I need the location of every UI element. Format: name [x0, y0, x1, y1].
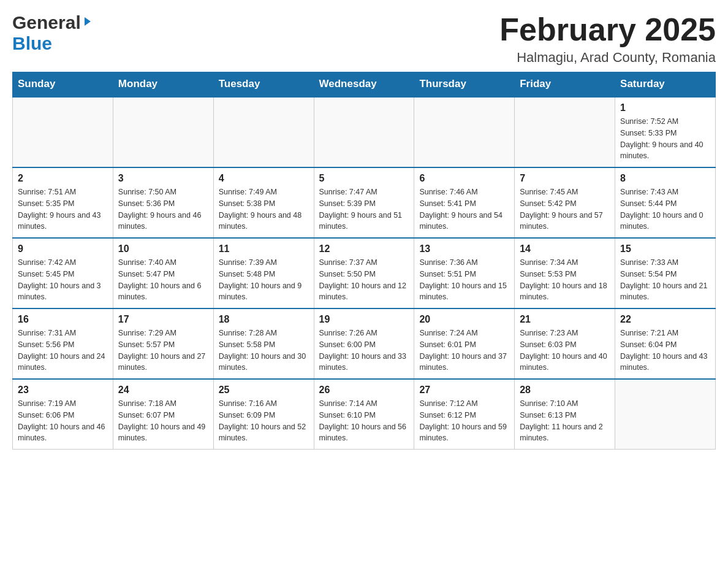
calendar-week-2: 2Sunrise: 7:51 AMSunset: 5:35 PMDaylight… — [13, 167, 716, 238]
logo-arrow-icon — [82, 16, 93, 29]
day-number: 21 — [520, 314, 610, 325]
column-header-tuesday: Tuesday — [213, 72, 314, 97]
day-number: 16 — [18, 314, 108, 325]
column-header-thursday: Thursday — [414, 72, 515, 97]
day-number: 22 — [620, 314, 710, 325]
day-number: 1 — [620, 102, 710, 113]
calendar-cell — [314, 97, 414, 167]
calendar-cell: 22Sunrise: 7:21 AMSunset: 6:04 PMDayligh… — [615, 308, 716, 379]
day-info: Sunrise: 7:18 AMSunset: 6:07 PMDaylight:… — [118, 398, 208, 444]
day-info: Sunrise: 7:39 AMSunset: 5:48 PMDaylight:… — [219, 257, 309, 303]
calendar-week-4: 16Sunrise: 7:31 AMSunset: 5:56 PMDayligh… — [13, 308, 716, 379]
calendar-cell: 24Sunrise: 7:18 AMSunset: 6:07 PMDayligh… — [113, 379, 213, 450]
day-number: 12 — [319, 243, 409, 255]
day-info: Sunrise: 7:52 AMSunset: 5:33 PMDaylight:… — [620, 116, 710, 162]
column-header-saturday: Saturday — [615, 72, 716, 97]
calendar-cell: 6Sunrise: 7:46 AMSunset: 5:41 PMDaylight… — [414, 167, 515, 238]
day-info: Sunrise: 7:23 AMSunset: 6:03 PMDaylight:… — [520, 327, 610, 373]
day-info: Sunrise: 7:14 AMSunset: 6:10 PMDaylight:… — [319, 398, 409, 444]
calendar-cell: 5Sunrise: 7:47 AMSunset: 5:39 PMDaylight… — [314, 167, 414, 238]
day-number: 15 — [620, 243, 710, 255]
day-info: Sunrise: 7:50 AMSunset: 5:36 PMDaylight:… — [118, 186, 208, 232]
day-number: 14 — [520, 243, 610, 255]
calendar-week-3: 9Sunrise: 7:42 AMSunset: 5:45 PMDaylight… — [13, 238, 716, 308]
day-info: Sunrise: 7:29 AMSunset: 5:57 PMDaylight:… — [118, 327, 208, 373]
calendar-subtitle: Halmagiu, Arad County, Romania — [499, 50, 716, 66]
calendar-cell — [113, 97, 213, 167]
calendar-week-5: 23Sunrise: 7:19 AMSunset: 6:06 PMDayligh… — [13, 379, 716, 450]
day-info: Sunrise: 7:26 AMSunset: 6:00 PMDaylight:… — [319, 327, 409, 373]
calendar-cell — [615, 379, 716, 450]
column-header-wednesday: Wednesday — [314, 72, 414, 97]
day-number: 19 — [319, 314, 409, 325]
day-number: 23 — [18, 385, 108, 396]
calendar-cell: 9Sunrise: 7:42 AMSunset: 5:45 PMDaylight… — [13, 238, 113, 308]
day-number: 20 — [419, 314, 509, 325]
calendar-cell: 23Sunrise: 7:19 AMSunset: 6:06 PMDayligh… — [13, 379, 113, 450]
day-info: Sunrise: 7:21 AMSunset: 6:04 PMDaylight:… — [620, 327, 710, 373]
calendar-cell: 25Sunrise: 7:16 AMSunset: 6:09 PMDayligh… — [213, 379, 314, 450]
calendar-cell: 19Sunrise: 7:26 AMSunset: 6:00 PMDayligh… — [314, 308, 414, 379]
calendar-table: SundayMondayTuesdayWednesdayThursdayFrid… — [12, 72, 716, 450]
calendar-cell: 17Sunrise: 7:29 AMSunset: 5:57 PMDayligh… — [113, 308, 213, 379]
calendar-cell: 12Sunrise: 7:37 AMSunset: 5:50 PMDayligh… — [314, 238, 414, 308]
day-number: 13 — [419, 243, 509, 255]
calendar-cell: 16Sunrise: 7:31 AMSunset: 5:56 PMDayligh… — [13, 308, 113, 379]
day-info: Sunrise: 7:40 AMSunset: 5:47 PMDaylight:… — [118, 257, 208, 303]
calendar-cell: 3Sunrise: 7:50 AMSunset: 5:36 PMDaylight… — [113, 167, 213, 238]
day-info: Sunrise: 7:49 AMSunset: 5:38 PMDaylight:… — [219, 186, 309, 232]
day-number: 5 — [319, 173, 409, 184]
calendar-cell — [414, 97, 515, 167]
day-info: Sunrise: 7:10 AMSunset: 6:13 PMDaylight:… — [520, 398, 610, 444]
day-number: 17 — [118, 314, 208, 325]
calendar-cell — [13, 97, 113, 167]
day-number: 4 — [219, 173, 309, 184]
calendar-cell: 20Sunrise: 7:24 AMSunset: 6:01 PMDayligh… — [414, 308, 515, 379]
calendar-cell: 4Sunrise: 7:49 AMSunset: 5:38 PMDaylight… — [213, 167, 314, 238]
day-info: Sunrise: 7:36 AMSunset: 5:51 PMDaylight:… — [419, 257, 509, 303]
calendar-cell: 8Sunrise: 7:43 AMSunset: 5:44 PMDaylight… — [615, 167, 716, 238]
calendar-cell: 28Sunrise: 7:10 AMSunset: 6:13 PMDayligh… — [515, 379, 615, 450]
day-info: Sunrise: 7:43 AMSunset: 5:44 PMDaylight:… — [620, 186, 710, 232]
day-number: 7 — [520, 173, 610, 184]
day-number: 3 — [118, 173, 208, 184]
day-number: 10 — [118, 243, 208, 255]
logo-general: General — [12, 12, 81, 33]
day-info: Sunrise: 7:42 AMSunset: 5:45 PMDaylight:… — [18, 257, 108, 303]
day-info: Sunrise: 7:47 AMSunset: 5:39 PMDaylight:… — [319, 186, 409, 232]
calendar-cell: 21Sunrise: 7:23 AMSunset: 6:03 PMDayligh… — [515, 308, 615, 379]
day-info: Sunrise: 7:33 AMSunset: 5:54 PMDaylight:… — [620, 257, 710, 303]
day-info: Sunrise: 7:46 AMSunset: 5:41 PMDaylight:… — [419, 186, 509, 232]
day-number: 27 — [419, 385, 509, 396]
calendar-cell: 7Sunrise: 7:45 AMSunset: 5:42 PMDaylight… — [515, 167, 615, 238]
day-info: Sunrise: 7:31 AMSunset: 5:56 PMDaylight:… — [18, 327, 108, 373]
column-header-sunday: Sunday — [13, 72, 113, 97]
calendar-header-row: SundayMondayTuesdayWednesdayThursdayFrid… — [13, 72, 716, 97]
day-info: Sunrise: 7:16 AMSunset: 6:09 PMDaylight:… — [219, 398, 309, 444]
logo-blue: Blue — [12, 33, 52, 54]
calendar-cell: 14Sunrise: 7:34 AMSunset: 5:53 PMDayligh… — [515, 238, 615, 308]
day-number: 28 — [520, 385, 610, 396]
calendar-cell: 1Sunrise: 7:52 AMSunset: 5:33 PMDaylight… — [615, 97, 716, 167]
day-info: Sunrise: 7:51 AMSunset: 5:35 PMDaylight:… — [18, 186, 108, 232]
calendar-cell — [515, 97, 615, 167]
calendar-cell: 10Sunrise: 7:40 AMSunset: 5:47 PMDayligh… — [113, 238, 213, 308]
day-number: 8 — [620, 173, 710, 184]
calendar-cell: 18Sunrise: 7:28 AMSunset: 5:58 PMDayligh… — [213, 308, 314, 379]
column-header-monday: Monday — [113, 72, 213, 97]
day-number: 6 — [419, 173, 509, 184]
svg-marker-0 — [85, 17, 91, 26]
calendar-cell: 26Sunrise: 7:14 AMSunset: 6:10 PMDayligh… — [314, 379, 414, 450]
calendar-cell: 13Sunrise: 7:36 AMSunset: 5:51 PMDayligh… — [414, 238, 515, 308]
calendar-cell: 27Sunrise: 7:12 AMSunset: 6:12 PMDayligh… — [414, 379, 515, 450]
day-number: 9 — [18, 243, 108, 255]
day-info: Sunrise: 7:24 AMSunset: 6:01 PMDaylight:… — [419, 327, 509, 373]
page-header: General Blue February 2025 Halmagiu, Ara… — [12, 12, 716, 66]
calendar-title: February 2025 — [499, 12, 716, 47]
title-block: February 2025 Halmagiu, Arad County, Rom… — [499, 12, 716, 66]
logo: General Blue — [12, 12, 93, 54]
day-number: 2 — [18, 173, 108, 184]
day-info: Sunrise: 7:34 AMSunset: 5:53 PMDaylight:… — [520, 257, 610, 303]
day-number: 26 — [319, 385, 409, 396]
day-info: Sunrise: 7:45 AMSunset: 5:42 PMDaylight:… — [520, 186, 610, 232]
